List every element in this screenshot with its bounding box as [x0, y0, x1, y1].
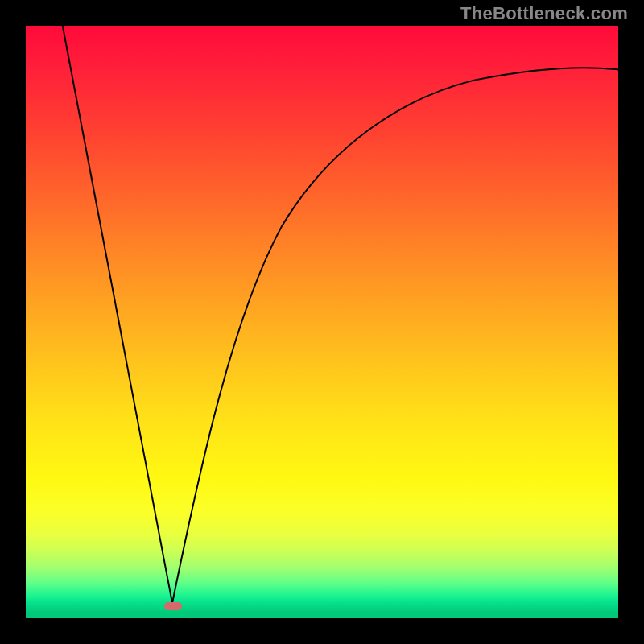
curve-right-branch — [172, 68, 618, 603]
watermark-text: TheBottleneck.com — [460, 3, 628, 24]
chart-curve-svg — [26, 26, 618, 618]
minimum-marker — [164, 602, 182, 610]
chart-frame — [24, 24, 620, 620]
curve-left-branch — [63, 26, 172, 603]
